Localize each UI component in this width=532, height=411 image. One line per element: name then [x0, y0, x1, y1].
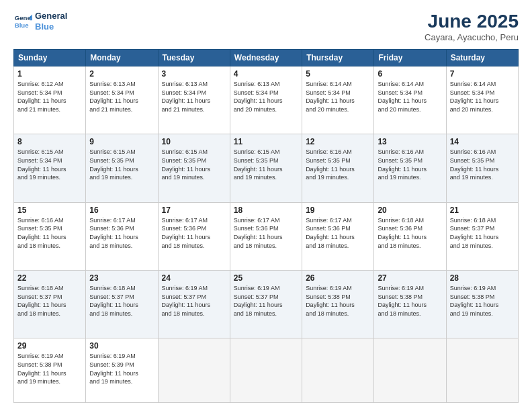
cell-info: Sunrise: 6:19 AM Sunset: 5:38 PM Dayligh…	[17, 352, 82, 385]
day-number: 15	[17, 205, 82, 215]
day-number: 28	[450, 273, 515, 283]
col-friday: Friday	[374, 50, 446, 66]
calendar-row-4: 22Sunrise: 6:18 AM Sunset: 5:37 PM Dayli…	[14, 271, 519, 338]
cell-info: Sunrise: 6:13 AM Sunset: 5:34 PM Dayligh…	[234, 80, 298, 113]
cell-info: Sunrise: 6:13 AM Sunset: 5:34 PM Dayligh…	[162, 80, 226, 113]
table-row	[374, 338, 446, 403]
logo-icon: General Blue	[13, 12, 32, 31]
cell-info: Sunrise: 6:17 AM Sunset: 5:36 PM Dayligh…	[162, 216, 226, 250]
col-tuesday: Tuesday	[158, 50, 230, 66]
table-row	[158, 338, 230, 403]
col-saturday: Saturday	[446, 50, 518, 66]
day-number: 7	[450, 69, 515, 79]
cell-info: Sunrise: 6:19 AM Sunset: 5:37 PM Dayligh…	[162, 284, 226, 318]
day-number: 26	[306, 273, 370, 283]
cell-info: Sunrise: 6:17 AM Sunset: 5:36 PM Dayligh…	[306, 216, 370, 250]
month-title: June 2025	[425, 11, 519, 32]
day-number: 22	[17, 273, 82, 283]
cell-info: Sunrise: 6:14 AM Sunset: 5:34 PM Dayligh…	[306, 80, 370, 113]
col-wednesday: Wednesday	[230, 50, 302, 66]
calendar-table: Sunday Monday Tuesday Wednesday Thursday…	[13, 49, 519, 403]
title-area: June 2025 Cayara, Ayacucho, Peru	[425, 11, 519, 42]
cell-info: Sunrise: 6:15 AM Sunset: 5:35 PM Dayligh…	[162, 148, 226, 181]
cell-info: Sunrise: 6:15 AM Sunset: 5:35 PM Dayligh…	[89, 148, 154, 181]
cell-info: Sunrise: 6:19 AM Sunset: 5:39 PM Dayligh…	[89, 352, 154, 385]
cell-info: Sunrise: 6:14 AM Sunset: 5:34 PM Dayligh…	[378, 80, 442, 113]
cell-info: Sunrise: 6:19 AM Sunset: 5:38 PM Dayligh…	[378, 284, 442, 318]
cell-info: Sunrise: 6:13 AM Sunset: 5:34 PM Dayligh…	[89, 80, 154, 113]
svg-text:Blue: Blue	[15, 21, 29, 28]
day-number: 6	[378, 69, 442, 79]
cell-info: Sunrise: 6:16 AM Sunset: 5:35 PM Dayligh…	[450, 148, 515, 181]
table-row: 26Sunrise: 6:19 AM Sunset: 5:38 PM Dayli…	[302, 271, 374, 338]
table-row: 25Sunrise: 6:19 AM Sunset: 5:37 PM Dayli…	[230, 271, 302, 338]
table-row: 4Sunrise: 6:13 AM Sunset: 5:34 PM Daylig…	[230, 66, 302, 134]
table-row: 21Sunrise: 6:18 AM Sunset: 5:37 PM Dayli…	[446, 202, 518, 270]
table-row: 14Sunrise: 6:16 AM Sunset: 5:35 PM Dayli…	[446, 134, 518, 202]
day-number: 12	[306, 137, 370, 146]
day-number: 2	[89, 69, 154, 79]
cell-info: Sunrise: 6:14 AM Sunset: 5:34 PM Dayligh…	[450, 80, 515, 113]
calendar-row-2: 8Sunrise: 6:15 AM Sunset: 5:34 PM Daylig…	[14, 134, 519, 202]
cell-info: Sunrise: 6:15 AM Sunset: 5:34 PM Dayligh…	[17, 148, 82, 181]
day-number: 17	[162, 205, 226, 215]
table-row: 12Sunrise: 6:16 AM Sunset: 5:35 PM Dayli…	[302, 134, 374, 202]
cell-info: Sunrise: 6:17 AM Sunset: 5:36 PM Dayligh…	[89, 216, 154, 250]
table-row: 30Sunrise: 6:19 AM Sunset: 5:39 PM Dayli…	[86, 338, 158, 403]
table-row: 22Sunrise: 6:18 AM Sunset: 5:37 PM Dayli…	[14, 271, 86, 338]
table-row: 2Sunrise: 6:13 AM Sunset: 5:34 PM Daylig…	[86, 66, 158, 134]
location: Cayara, Ayacucho, Peru	[425, 32, 519, 42]
col-monday: Monday	[86, 50, 158, 66]
table-row: 1Sunrise: 6:12 AM Sunset: 5:34 PM Daylig…	[14, 66, 86, 134]
day-number: 24	[162, 273, 226, 283]
day-number: 8	[17, 137, 82, 146]
table-row: 3Sunrise: 6:13 AM Sunset: 5:34 PM Daylig…	[158, 66, 230, 134]
day-number: 3	[162, 69, 226, 79]
table-row: 5Sunrise: 6:14 AM Sunset: 5:34 PM Daylig…	[302, 66, 374, 134]
day-number: 30	[89, 341, 154, 351]
table-row: 11Sunrise: 6:15 AM Sunset: 5:35 PM Dayli…	[230, 134, 302, 202]
cell-info: Sunrise: 6:18 AM Sunset: 5:37 PM Dayligh…	[17, 284, 82, 318]
day-number: 16	[89, 205, 154, 215]
table-row	[446, 338, 518, 403]
day-number: 20	[378, 205, 442, 215]
cell-info: Sunrise: 6:19 AM Sunset: 5:38 PM Dayligh…	[450, 284, 515, 318]
table-row: 6Sunrise: 6:14 AM Sunset: 5:34 PM Daylig…	[374, 66, 446, 134]
table-row: 16Sunrise: 6:17 AM Sunset: 5:36 PM Dayli…	[86, 202, 158, 270]
cell-info: Sunrise: 6:16 AM Sunset: 5:35 PM Dayligh…	[306, 148, 370, 181]
day-number: 27	[378, 273, 442, 283]
table-row: 17Sunrise: 6:17 AM Sunset: 5:36 PM Dayli…	[158, 202, 230, 270]
calendar-row-3: 15Sunrise: 6:16 AM Sunset: 5:35 PM Dayli…	[14, 202, 519, 270]
day-number: 19	[306, 205, 370, 215]
table-row: 28Sunrise: 6:19 AM Sunset: 5:38 PM Dayli…	[446, 271, 518, 338]
table-row: 13Sunrise: 6:16 AM Sunset: 5:35 PM Dayli…	[374, 134, 446, 202]
table-row: 8Sunrise: 6:15 AM Sunset: 5:34 PM Daylig…	[14, 134, 86, 202]
day-number: 4	[234, 69, 298, 79]
cell-info: Sunrise: 6:16 AM Sunset: 5:35 PM Dayligh…	[378, 148, 442, 181]
table-row: 24Sunrise: 6:19 AM Sunset: 5:37 PM Dayli…	[158, 271, 230, 338]
day-number: 23	[89, 273, 154, 283]
cell-info: Sunrise: 6:15 AM Sunset: 5:35 PM Dayligh…	[234, 148, 298, 181]
logo: General Blue General Blue	[13, 11, 67, 32]
day-number: 18	[234, 205, 298, 215]
day-number: 21	[450, 205, 515, 215]
day-number: 13	[378, 137, 442, 146]
day-number: 29	[17, 341, 82, 351]
table-row: 23Sunrise: 6:18 AM Sunset: 5:37 PM Dayli…	[86, 271, 158, 338]
day-number: 1	[17, 69, 82, 79]
table-row	[302, 338, 374, 403]
calendar-row-1: 1Sunrise: 6:12 AM Sunset: 5:34 PM Daylig…	[14, 66, 519, 134]
table-row: 27Sunrise: 6:19 AM Sunset: 5:38 PM Dayli…	[374, 271, 446, 338]
cell-info: Sunrise: 6:17 AM Sunset: 5:36 PM Dayligh…	[234, 216, 298, 250]
calendar-header-row: Sunday Monday Tuesday Wednesday Thursday…	[14, 50, 519, 66]
table-row: 20Sunrise: 6:18 AM Sunset: 5:36 PM Dayli…	[374, 202, 446, 270]
table-row: 18Sunrise: 6:17 AM Sunset: 5:36 PM Dayli…	[230, 202, 302, 270]
day-number: 5	[306, 69, 370, 79]
cell-info: Sunrise: 6:19 AM Sunset: 5:38 PM Dayligh…	[306, 284, 370, 318]
calendar-row-5: 29Sunrise: 6:19 AM Sunset: 5:38 PM Dayli…	[14, 338, 519, 403]
table-row: 19Sunrise: 6:17 AM Sunset: 5:36 PM Dayli…	[302, 202, 374, 270]
page-header: General Blue General Blue June 2025 Caya…	[13, 11, 519, 42]
table-row: 15Sunrise: 6:16 AM Sunset: 5:35 PM Dayli…	[14, 202, 86, 270]
cell-info: Sunrise: 6:12 AM Sunset: 5:34 PM Dayligh…	[17, 80, 82, 113]
table-row: 9Sunrise: 6:15 AM Sunset: 5:35 PM Daylig…	[86, 134, 158, 202]
